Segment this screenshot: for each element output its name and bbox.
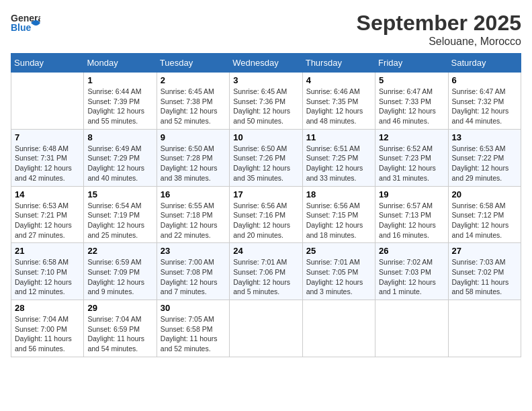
day-cell: 6Sunrise: 6:47 AM Sunset: 7:32 PM Daylig… xyxy=(448,73,521,130)
day-number: 16 xyxy=(161,189,226,199)
week-row-2: 7Sunrise: 6:48 AM Sunset: 7:31 PM Daylig… xyxy=(11,129,521,186)
day-number: 13 xyxy=(452,132,517,142)
day-cell: 28Sunrise: 7:04 AM Sunset: 7:00 PM Dayli… xyxy=(11,300,84,357)
day-number: 20 xyxy=(452,189,517,199)
day-cell: 15Sunrise: 6:54 AM Sunset: 7:19 PM Dayli… xyxy=(84,186,157,243)
day-cell: 11Sunrise: 6:51 AM Sunset: 7:25 PM Dayli… xyxy=(302,129,375,186)
day-cell: 19Sunrise: 6:57 AM Sunset: 7:13 PM Dayli… xyxy=(375,186,448,243)
day-cell: 3Sunrise: 6:45 AM Sunset: 7:36 PM Daylig… xyxy=(230,73,302,130)
day-number: 22 xyxy=(87,246,152,256)
day-info: Sunrise: 6:47 AM Sunset: 7:33 PM Dayligh… xyxy=(379,87,444,126)
day-cell: 4Sunrise: 6:46 AM Sunset: 7:35 PM Daylig… xyxy=(302,73,375,130)
day-number: 21 xyxy=(15,246,80,256)
day-number: 4 xyxy=(306,75,371,85)
day-number: 9 xyxy=(161,132,226,142)
day-number: 23 xyxy=(161,246,226,256)
day-info: Sunrise: 6:56 AM Sunset: 7:16 PM Dayligh… xyxy=(233,201,298,240)
day-number: 6 xyxy=(452,75,517,85)
day-info: Sunrise: 7:04 AM Sunset: 7:00 PM Dayligh… xyxy=(15,314,80,354)
logo-icon: General Blue xyxy=(11,11,40,35)
col-header-friday: Friday xyxy=(375,54,448,73)
day-number: 12 xyxy=(379,132,444,142)
day-info: Sunrise: 6:52 AM Sunset: 7:23 PM Dayligh… xyxy=(379,144,444,183)
calendar-table: SundayMondayTuesdayWednesdayThursdayFrid… xyxy=(11,53,521,357)
day-number: 19 xyxy=(379,189,444,199)
day-cell: 5Sunrise: 6:47 AM Sunset: 7:33 PM Daylig… xyxy=(375,73,448,130)
day-number: 2 xyxy=(161,75,226,85)
day-cell xyxy=(11,73,84,130)
day-cell: 17Sunrise: 6:56 AM Sunset: 7:16 PM Dayli… xyxy=(230,186,302,243)
logo: General Blue xyxy=(11,11,43,35)
day-info: Sunrise: 6:44 AM Sunset: 7:39 PM Dayligh… xyxy=(87,87,152,126)
day-number: 3 xyxy=(233,75,298,85)
page-header: General Blue September 2025 Selouane, Mo… xyxy=(11,11,521,48)
day-cell: 29Sunrise: 7:04 AM Sunset: 6:59 PM Dayli… xyxy=(84,300,157,357)
day-number: 10 xyxy=(233,132,298,142)
day-number: 15 xyxy=(87,189,152,199)
location-title: Selouane, Morocco xyxy=(357,36,521,48)
month-title: September 2025 xyxy=(357,11,521,36)
day-info: Sunrise: 6:48 AM Sunset: 7:31 PM Dayligh… xyxy=(15,144,80,183)
day-cell: 22Sunrise: 6:59 AM Sunset: 7:09 PM Dayli… xyxy=(84,243,157,300)
col-header-saturday: Saturday xyxy=(448,54,521,73)
day-number: 11 xyxy=(306,132,371,142)
day-cell: 13Sunrise: 6:53 AM Sunset: 7:22 PM Dayli… xyxy=(448,129,521,186)
day-info: Sunrise: 6:45 AM Sunset: 7:38 PM Dayligh… xyxy=(161,87,226,126)
col-header-monday: Monday xyxy=(84,54,157,73)
day-info: Sunrise: 7:03 AM Sunset: 7:02 PM Dayligh… xyxy=(452,257,517,297)
day-cell: 16Sunrise: 6:55 AM Sunset: 7:18 PM Dayli… xyxy=(157,186,229,243)
day-info: Sunrise: 6:56 AM Sunset: 7:15 PM Dayligh… xyxy=(306,201,371,240)
day-cell: 26Sunrise: 7:02 AM Sunset: 7:03 PM Dayli… xyxy=(375,243,448,300)
day-cell: 21Sunrise: 6:58 AM Sunset: 7:10 PM Dayli… xyxy=(11,243,84,300)
day-info: Sunrise: 7:05 AM Sunset: 6:58 PM Dayligh… xyxy=(161,314,226,354)
day-cell xyxy=(448,300,521,357)
day-info: Sunrise: 6:47 AM Sunset: 7:32 PM Dayligh… xyxy=(452,87,517,126)
day-number: 25 xyxy=(306,246,371,256)
day-cell: 10Sunrise: 6:50 AM Sunset: 7:26 PM Dayli… xyxy=(230,129,302,186)
day-info: Sunrise: 7:01 AM Sunset: 7:05 PM Dayligh… xyxy=(306,257,371,297)
day-number: 8 xyxy=(87,132,152,142)
day-info: Sunrise: 6:45 AM Sunset: 7:36 PM Dayligh… xyxy=(233,87,298,126)
day-number: 5 xyxy=(379,75,444,85)
day-cell: 30Sunrise: 7:05 AM Sunset: 6:58 PM Dayli… xyxy=(157,300,229,357)
week-row-5: 28Sunrise: 7:04 AM Sunset: 7:00 PM Dayli… xyxy=(11,300,521,357)
day-info: Sunrise: 7:02 AM Sunset: 7:03 PM Dayligh… xyxy=(379,257,444,297)
day-cell: 23Sunrise: 7:00 AM Sunset: 7:08 PM Dayli… xyxy=(157,243,229,300)
col-header-wednesday: Wednesday xyxy=(230,54,302,73)
day-number: 18 xyxy=(306,189,371,199)
day-number: 1 xyxy=(87,75,152,85)
col-header-thursday: Thursday xyxy=(302,54,375,73)
col-header-tuesday: Tuesday xyxy=(157,54,229,73)
day-cell: 14Sunrise: 6:53 AM Sunset: 7:21 PM Dayli… xyxy=(11,186,84,243)
day-number: 7 xyxy=(15,132,80,142)
day-cell: 12Sunrise: 6:52 AM Sunset: 7:23 PM Dayli… xyxy=(375,129,448,186)
day-info: Sunrise: 6:58 AM Sunset: 7:10 PM Dayligh… xyxy=(15,257,80,297)
day-cell: 7Sunrise: 6:48 AM Sunset: 7:31 PM Daylig… xyxy=(11,129,84,186)
day-cell: 2Sunrise: 6:45 AM Sunset: 7:38 PM Daylig… xyxy=(157,73,229,130)
day-info: Sunrise: 6:46 AM Sunset: 7:35 PM Dayligh… xyxy=(306,87,371,126)
day-info: Sunrise: 6:57 AM Sunset: 7:13 PM Dayligh… xyxy=(379,201,444,240)
day-cell: 27Sunrise: 7:03 AM Sunset: 7:02 PM Dayli… xyxy=(448,243,521,300)
day-cell: 8Sunrise: 6:49 AM Sunset: 7:29 PM Daylig… xyxy=(84,129,157,186)
day-info: Sunrise: 7:04 AM Sunset: 6:59 PM Dayligh… xyxy=(87,314,152,354)
day-number: 29 xyxy=(87,303,152,313)
day-cell: 24Sunrise: 7:01 AM Sunset: 7:06 PM Dayli… xyxy=(230,243,302,300)
day-cell: 1Sunrise: 6:44 AM Sunset: 7:39 PM Daylig… xyxy=(84,73,157,130)
day-info: Sunrise: 6:50 AM Sunset: 7:28 PM Dayligh… xyxy=(161,144,226,183)
day-info: Sunrise: 6:50 AM Sunset: 7:26 PM Dayligh… xyxy=(233,144,298,183)
day-info: Sunrise: 6:49 AM Sunset: 7:29 PM Dayligh… xyxy=(87,144,152,183)
day-cell: 9Sunrise: 6:50 AM Sunset: 7:28 PM Daylig… xyxy=(157,129,229,186)
day-info: Sunrise: 6:55 AM Sunset: 7:18 PM Dayligh… xyxy=(161,201,226,240)
day-info: Sunrise: 6:54 AM Sunset: 7:19 PM Dayligh… xyxy=(87,201,152,240)
week-row-1: 1Sunrise: 6:44 AM Sunset: 7:39 PM Daylig… xyxy=(11,73,521,130)
day-cell: 25Sunrise: 7:01 AM Sunset: 7:05 PM Dayli… xyxy=(302,243,375,300)
day-info: Sunrise: 7:00 AM Sunset: 7:08 PM Dayligh… xyxy=(161,257,226,297)
day-info: Sunrise: 7:01 AM Sunset: 7:06 PM Dayligh… xyxy=(233,257,298,297)
day-cell: 20Sunrise: 6:58 AM Sunset: 7:12 PM Dayli… xyxy=(448,186,521,243)
title-block: September 2025 Selouane, Morocco xyxy=(357,11,521,48)
week-row-4: 21Sunrise: 6:58 AM Sunset: 7:10 PM Dayli… xyxy=(11,243,521,300)
header-row: SundayMondayTuesdayWednesdayThursdayFrid… xyxy=(11,54,521,73)
day-number: 28 xyxy=(15,303,80,313)
day-info: Sunrise: 6:59 AM Sunset: 7:09 PM Dayligh… xyxy=(87,257,152,297)
svg-text:Blue: Blue xyxy=(11,22,32,33)
